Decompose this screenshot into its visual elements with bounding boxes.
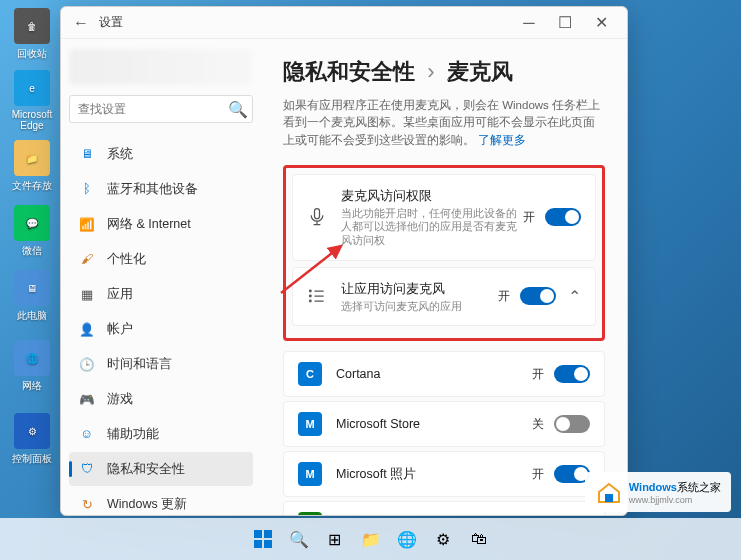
svg-point-2 — [310, 296, 312, 298]
desktop-icon-edge[interactable]: eMicrosoft Edge — [8, 70, 56, 131]
sidebar-item-gaming[interactable]: 🎮游戏 — [69, 382, 253, 416]
taskbar-taskview[interactable]: ⊞ — [320, 524, 350, 554]
sidebar-item-apps[interactable]: ▦应用 — [69, 277, 253, 311]
content-pane: 隐私和安全性 › 麦克风 如果有应用程序正在使用麦克风，则会在 Windows … — [261, 39, 627, 515]
app-toggle[interactable] — [554, 415, 590, 433]
learn-more-link[interactable]: 了解更多 — [478, 134, 526, 146]
breadcrumb-sep: › — [427, 59, 434, 84]
app-access-desc: 选择可访问麦克风的应用 — [341, 300, 498, 314]
update-icon: ↻ — [79, 496, 95, 512]
app-access-card: 让应用访问麦克风 选择可访问麦克风的应用 开 ⌃ — [292, 267, 596, 327]
breadcrumb-current: 麦克风 — [447, 59, 513, 84]
start-button[interactable] — [248, 524, 278, 554]
titlebar: ← 设置 ─ ☐ ✕ — [61, 7, 627, 39]
sidebar-item-label: 蓝牙和其他设备 — [107, 181, 198, 198]
svg-rect-8 — [605, 494, 613, 502]
svg-rect-0 — [315, 209, 320, 219]
taskbar-settings[interactable]: ⚙ — [428, 524, 458, 554]
sidebar-item-update[interactable]: ↻Windows 更新 — [69, 487, 253, 515]
app-access-toggle[interactable] — [520, 287, 556, 305]
app-state: 开 — [532, 466, 544, 483]
watermark: Windows系统之家 www.bjjmlv.com — [585, 472, 731, 512]
mic-access-card: 麦克风访问权限 当此功能开启时，任何使用此设备的人都可以选择他们的应用是否有麦克… — [292, 174, 596, 261]
sidebar-item-label: 帐户 — [107, 321, 133, 338]
maximize-button[interactable]: ☐ — [547, 9, 583, 37]
search-input[interactable] — [78, 102, 228, 116]
sidebar-item-label: 时间和语言 — [107, 356, 172, 373]
watermark-logo-icon — [595, 478, 623, 506]
system-icon: 🖥 — [79, 146, 95, 162]
breadcrumb: 隐私和安全性 › 麦克风 — [283, 57, 605, 87]
mic-access-title: 麦克风访问权限 — [341, 187, 523, 205]
desktop-icon-network[interactable]: 🌐网络 — [8, 340, 56, 393]
taskbar-search[interactable]: 🔍 — [284, 524, 314, 554]
desktop-icon-pc[interactable]: 🖥此电脑 — [8, 270, 56, 323]
taskbar-explorer[interactable]: 📁 — [356, 524, 386, 554]
close-button[interactable]: ✕ — [583, 9, 619, 37]
sidebar-item-account[interactable]: 👤帐户 — [69, 312, 253, 346]
app-icon: C — [298, 362, 322, 386]
app-item: XXbox Game Bar开 — [283, 501, 605, 515]
network-icon: 📶 — [79, 216, 95, 232]
settings-window: ← 设置 ─ ☐ ✕ 🔍 🖥系统ᛒ蓝牙和其他设备📶网络 & Internet🖌个… — [60, 6, 628, 516]
sidebar-item-personalize[interactable]: 🖌个性化 — [69, 242, 253, 276]
app-icon: X — [298, 512, 322, 515]
sidebar-item-label: 个性化 — [107, 251, 146, 268]
minimize-button[interactable]: ─ — [511, 9, 547, 37]
taskbar: 🔍 ⊞ 📁 🌐 ⚙ 🛍 — [0, 518, 741, 560]
page-description: 如果有应用程序正在使用麦克风，则会在 Windows 任务栏上看到一个麦克风图标… — [283, 97, 605, 149]
desktop-icon-recycle[interactable]: 🗑回收站 — [8, 8, 56, 61]
app-access-state: 开 — [498, 288, 510, 305]
sidebar-item-label: 应用 — [107, 286, 133, 303]
svg-point-1 — [310, 291, 312, 293]
privacy-icon: 🛡 — [79, 461, 95, 477]
sidebar-item-label: 系统 — [107, 146, 133, 163]
taskbar-edge[interactable]: 🌐 — [392, 524, 422, 554]
sidebar-item-label: 辅助功能 — [107, 426, 159, 443]
search-box[interactable]: 🔍 — [69, 95, 253, 123]
svg-rect-7 — [264, 540, 272, 548]
sidebar-item-label: 游戏 — [107, 391, 133, 408]
sidebar-item-label: 网络 & Internet — [107, 216, 191, 233]
desktop-icon-wechat[interactable]: 💬微信 — [8, 205, 56, 258]
sidebar-item-network[interactable]: 📶网络 & Internet — [69, 207, 253, 241]
app-state: 开 — [532, 366, 544, 383]
sidebar-item-accessibility[interactable]: ☺辅助功能 — [69, 417, 253, 451]
personalize-icon: 🖌 — [79, 251, 95, 267]
app-state: 关 — [532, 416, 544, 433]
list-icon — [307, 286, 327, 306]
app-item: CCortana开 — [283, 351, 605, 397]
svg-rect-6 — [254, 540, 262, 548]
svg-rect-5 — [264, 530, 272, 538]
highlight-box: 麦克风访问权限 当此功能开启时，任何使用此设备的人都可以选择他们的应用是否有麦克… — [283, 165, 605, 342]
desktop-icon-files[interactable]: 📁文件存放 — [8, 140, 56, 193]
time-icon: 🕒 — [79, 356, 95, 372]
app-toggle[interactable] — [554, 365, 590, 383]
microphone-icon — [307, 207, 327, 227]
sidebar-item-system[interactable]: 🖥系统 — [69, 137, 253, 171]
sidebar-item-label: 隐私和安全性 — [107, 461, 185, 478]
app-name: Microsoft Store — [336, 417, 532, 431]
sidebar-item-privacy[interactable]: 🛡隐私和安全性 — [69, 452, 253, 486]
app-name: Microsoft 照片 — [336, 466, 532, 483]
gaming-icon: 🎮 — [79, 391, 95, 407]
breadcrumb-parent[interactable]: 隐私和安全性 — [283, 59, 415, 84]
desktop-icon-control[interactable]: ⚙控制面板 — [8, 413, 56, 466]
app-item: MMicrosoft 照片开 — [283, 451, 605, 497]
window-title: 设置 — [99, 14, 123, 31]
sidebar-item-bluetooth[interactable]: ᛒ蓝牙和其他设备 — [69, 172, 253, 206]
taskbar-store[interactable]: 🛍 — [464, 524, 494, 554]
app-icon: M — [298, 462, 322, 486]
accessibility-icon: ☺ — [79, 426, 95, 442]
mic-access-toggle[interactable] — [545, 208, 581, 226]
chevron-up-icon[interactable]: ⌃ — [568, 287, 581, 306]
svg-point-3 — [310, 301, 312, 303]
user-card[interactable] — [69, 49, 253, 85]
sidebar: 🔍 🖥系统ᛒ蓝牙和其他设备📶网络 & Internet🖌个性化▦应用👤帐户🕒时间… — [61, 39, 261, 515]
sidebar-item-time[interactable]: 🕒时间和语言 — [69, 347, 253, 381]
mic-access-desc: 当此功能开启时，任何使用此设备的人都可以选择他们的应用是否有麦克风访问权 — [341, 207, 523, 248]
search-icon: 🔍 — [228, 100, 248, 119]
apps-icon: ▦ — [79, 286, 95, 302]
back-button[interactable]: ← — [69, 11, 93, 35]
mic-access-state: 开 — [523, 209, 535, 226]
